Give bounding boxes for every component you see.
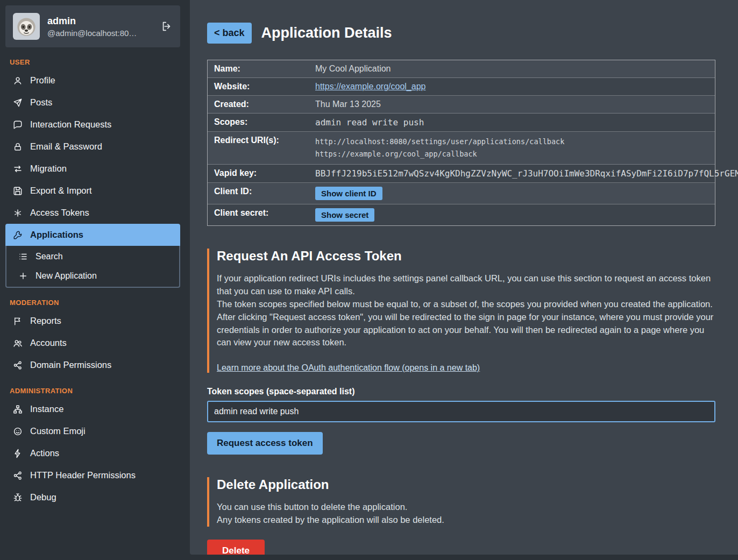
section-label-administration: ADMINISTRATION bbox=[10, 387, 176, 395]
logout-icon[interactable] bbox=[161, 20, 173, 32]
section-title: Request An API Access Token bbox=[217, 249, 715, 264]
scopes-value: admin read write push bbox=[309, 114, 715, 131]
sidebar-item-email-password[interactable]: Email & Password bbox=[5, 136, 180, 158]
table-row: Client ID: Show client ID bbox=[208, 183, 715, 204]
vapid-key-value: BBJffJ219b5iE512m7wQSzv4KgKDhgZZVzNyWC_r… bbox=[309, 165, 738, 182]
user-card[interactable]: admin @admin@localhost:80… bbox=[5, 5, 180, 47]
sidebar-item-label: Actions bbox=[30, 448, 59, 458]
sidebar-item-new-application[interactable]: New Application bbox=[6, 266, 179, 286]
sidebar-item-interaction-requests[interactable]: Interaction Requests bbox=[5, 114, 180, 136]
sidebar-item-label: Email & Password bbox=[30, 141, 102, 152]
sidebar-item-label: Custom Emoji bbox=[30, 426, 86, 436]
sidebar-item-custom-emoji[interactable]: Custom Emoji bbox=[5, 420, 180, 442]
delete-application-section: Delete Application You can use this butt… bbox=[207, 477, 715, 555]
sidebar-item-migration[interactable]: Migration bbox=[5, 158, 180, 180]
sidebar-item-label: Interaction Requests bbox=[30, 119, 111, 130]
row-label: Client ID: bbox=[208, 183, 309, 200]
sidebar-item-accounts[interactable]: Accounts bbox=[5, 332, 180, 354]
application-name: My Cool Application bbox=[309, 60, 715, 77]
table-row: Vapid key: BBJffJ219b5iE512m7wQSzv4KgKDh… bbox=[208, 165, 715, 183]
show-secret-button[interactable]: Show secret bbox=[315, 208, 374, 222]
sidebar-item-instance[interactable]: Instance bbox=[5, 398, 180, 420]
sidebar-item-export-import[interactable]: Export & Import bbox=[5, 180, 180, 202]
token-scopes-form: Token scopes (space-separated list) Requ… bbox=[207, 387, 715, 455]
oauth-docs-link[interactable]: Learn more about the OAuth authenticatio… bbox=[217, 363, 480, 373]
sidebar-item-applications-search[interactable]: Search bbox=[6, 247, 179, 266]
wrench-icon bbox=[13, 230, 23, 240]
plus-icon bbox=[18, 271, 28, 281]
sidebar-item-label: Domain Permissions bbox=[30, 360, 111, 370]
row-label: Scopes: bbox=[208, 114, 309, 131]
created-date: Thu Mar 13 2025 bbox=[309, 96, 715, 113]
show-client-id-button[interactable]: Show client ID bbox=[315, 187, 382, 200]
row-label: Vapid key: bbox=[208, 165, 309, 182]
website-link[interactable]: https://example.org/cool_app bbox=[315, 82, 425, 91]
section-paragraph: The token scopes specified below must be… bbox=[217, 298, 715, 311]
sidebar-item-label: Accounts bbox=[30, 338, 67, 348]
page-header: < back Application Details bbox=[207, 23, 715, 44]
sidebar-item-profile[interactable]: Profile bbox=[5, 69, 180, 91]
user-name: admin bbox=[47, 16, 153, 27]
row-label: Client secret: bbox=[208, 204, 309, 222]
sidebar-item-access-tokens[interactable]: Access Tokens bbox=[5, 202, 180, 224]
user-meta: admin @admin@localhost:80… bbox=[47, 16, 153, 38]
section-paragraph: You can use this button to delete the ap… bbox=[217, 501, 715, 514]
lock-icon bbox=[13, 142, 23, 152]
row-label: Redirect URI(s): bbox=[208, 132, 309, 149]
sidebar-item-label: Instance bbox=[30, 404, 63, 414]
sidebar-item-http-header-permissions[interactable]: HTTP Header Permissions bbox=[5, 464, 180, 486]
applications-group: Applications Search New Application bbox=[5, 224, 180, 288]
settings-panel: admin @admin@localhost:80… USER Profile … bbox=[0, 0, 738, 560]
sitemap-icon bbox=[13, 405, 23, 414]
avatar bbox=[13, 13, 40, 40]
table-row: Redirect URI(s): http://localhost:8080/s… bbox=[208, 132, 715, 165]
sidebar-item-reports[interactable]: Reports bbox=[5, 310, 180, 332]
request-token-section: Request An API Access Token If your appl… bbox=[207, 249, 715, 455]
section-paragraph: After clicking "Request access token", y… bbox=[217, 311, 715, 350]
sidebar-item-label: Search bbox=[36, 252, 63, 261]
back-button[interactable]: < back bbox=[207, 23, 252, 44]
bug-icon bbox=[13, 493, 23, 502]
sidebar-item-label: Export & Import bbox=[30, 186, 92, 196]
sidebar-item-label: Migration bbox=[30, 164, 67, 174]
application-details-table: Name: My Cool Application Website: https… bbox=[207, 60, 715, 226]
sidebar-item-debug[interactable]: Debug bbox=[5, 486, 180, 508]
section-paragraph: If your application redirect URIs includ… bbox=[217, 272, 715, 298]
sidebar-item-actions[interactable]: Actions bbox=[5, 442, 180, 464]
delete-application-intro: Delete Application You can use this butt… bbox=[207, 477, 715, 527]
user-handle: @admin@localhost:80… bbox=[47, 29, 153, 38]
token-scopes-input[interactable] bbox=[207, 401, 715, 422]
sidebar-item-domain-permissions[interactable]: Domain Permissions bbox=[5, 354, 180, 376]
table-row: Scopes: admin read write push bbox=[208, 114, 715, 132]
page-title: Application Details bbox=[261, 25, 392, 41]
sidebar-item-label: Reports bbox=[30, 316, 61, 326]
row-label: Name: bbox=[208, 60, 309, 77]
section-label-moderation: MODERATION bbox=[10, 299, 176, 307]
person-icon bbox=[13, 76, 23, 86]
delete-button[interactable]: Delete bbox=[207, 540, 265, 555]
sidebar: admin @admin@localhost:80… USER Profile … bbox=[0, 0, 186, 560]
sidebar-item-label: Profile bbox=[30, 75, 55, 86]
redirect-uris: http://localhost:8080/settings/user/appl… bbox=[309, 132, 715, 164]
table-row: Created: Thu Mar 13 2025 bbox=[208, 96, 715, 114]
sidebar-item-applications[interactable]: Applications bbox=[5, 224, 180, 246]
sidebar-item-label: Access Tokens bbox=[30, 208, 89, 218]
request-access-token-button[interactable]: Request access token bbox=[207, 432, 323, 455]
flag-icon bbox=[13, 316, 23, 326]
nav-moderation: Reports Accounts Domain Permissions bbox=[5, 310, 180, 376]
table-row: Website: https://example.org/cool_app bbox=[208, 78, 715, 96]
users-icon bbox=[13, 338, 23, 348]
section-paragraph: Any tokens created by the application wi… bbox=[217, 514, 715, 527]
sidebar-item-label: New Application bbox=[36, 271, 97, 281]
floppy-icon bbox=[13, 186, 23, 196]
table-row: Client secret: Show secret bbox=[208, 204, 715, 225]
section-title: Delete Application bbox=[217, 477, 715, 492]
row-label: Website: bbox=[208, 78, 309, 95]
row-label: Created: bbox=[208, 96, 309, 113]
applications-submenu: Search New Application bbox=[5, 246, 180, 288]
main-panel: < back Application Details Name: My Cool… bbox=[190, 0, 738, 555]
sidebar-item-posts[interactable]: Posts bbox=[5, 91, 180, 114]
redirect-uri: https://example.org/cool_app/callback bbox=[315, 148, 708, 160]
paper-plane-icon bbox=[13, 98, 23, 108]
share-nodes-icon bbox=[13, 471, 23, 480]
